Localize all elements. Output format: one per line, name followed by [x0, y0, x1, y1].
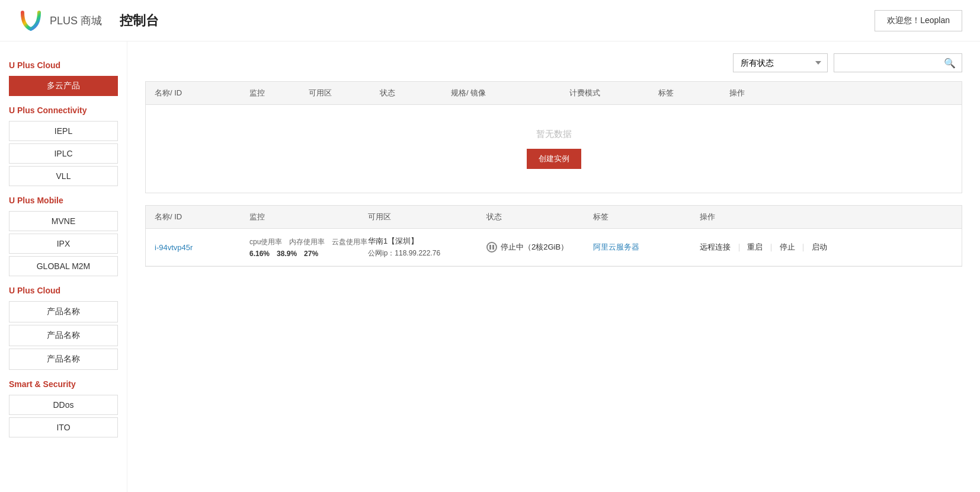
disk-value: 27% — [304, 250, 318, 258]
monitor-row-cpu: cpu使用率 内存使用率 云盘使用率 — [249, 237, 368, 247]
table-2-header: 名称/ ID 监控 可用区 状态 标签 操作 — [146, 206, 962, 229]
monitor-cell: cpu使用率 内存使用率 云盘使用率 6.16% 38.9% 27% — [249, 237, 368, 258]
sidebar-section-title-3: U Plus Mobile — [0, 189, 127, 209]
tag-link[interactable]: 阿里云服务器 — [593, 242, 639, 251]
action-stop[interactable]: 停止 — [780, 242, 795, 251]
sidebar-section-smart-security: Smart & Security DDos ITO — [0, 372, 127, 437]
mem-value: 38.9% — [277, 250, 297, 258]
sidebar-item-ddos[interactable]: DDos — [9, 395, 118, 415]
monitor-row-values: 6.16% 38.9% 27% — [249, 250, 368, 258]
instance-id-link[interactable]: i-94vtvp45r — [155, 243, 193, 252]
sidebar-section-connectivity: U Plus Connectivity IEPL IPLC VLL — [0, 98, 127, 186]
table-2: 名称/ ID 监控 可用区 状态 标签 操作 i-94vtvp45r cpu使用… — [145, 205, 962, 267]
table-1: 名称/ ID 监控 可用区 状态 规格/ 镜像 计费模式 标签 操作 暂无数据 … — [145, 81, 962, 193]
sidebar-section-mobile: U Plus Mobile MVNE IPX GLOBAL M2M — [0, 189, 127, 276]
zone-cell: 华南1【深圳】 公网ip：118.99.222.76 — [368, 236, 486, 258]
page-title: 控制台 — [120, 12, 159, 30]
col-status-1: 状态 — [380, 88, 451, 98]
col-status-2: 状态 — [486, 212, 593, 222]
content-area: 所有状态 运行中 停止中 已停止 🔍 名称/ ID 监控 可用区 状态 规格/ … — [127, 41, 980, 492]
tag-cell: 阿里云服务器 — [593, 242, 700, 253]
sidebar-section-u-plus-cloud-1: U Plus Cloud 多云产品 — [0, 53, 127, 96]
cpu-label: cpu使用率 — [249, 237, 282, 247]
ip-value: 118.99.222.76 — [395, 249, 440, 257]
sidebar-item-product3[interactable]: 产品名称 — [9, 349, 118, 370]
sidebar-section-title-5: Smart & Security — [0, 372, 127, 392]
search-button[interactable]: 🔍 — [944, 57, 956, 69]
status-cell: 停止中（2核2GiB） — [486, 242, 593, 253]
col-zone-1: 可用区 — [309, 88, 380, 98]
search-input[interactable] — [840, 58, 944, 68]
search-icon: 🔍 — [944, 58, 956, 68]
sidebar-item-iplc[interactable]: IPLC — [9, 143, 118, 164]
col-spec-1: 规格/ 镜像 — [451, 88, 569, 98]
col-zone-2: 可用区 — [368, 212, 486, 222]
col-name-id-2: 名称/ ID — [155, 212, 249, 222]
col-name-id-1: 名称/ ID — [155, 88, 249, 98]
col-billing-1: 计费模式 — [569, 88, 658, 98]
status-text: 停止中（2核2GiB） — [501, 242, 568, 253]
action-restart[interactable]: 重启 — [747, 242, 763, 251]
header: PLUS 商城 控制台 欢迎您！Leoplan — [0, 0, 980, 41]
sidebar-item-global-m2m[interactable]: GLOBAL M2M — [9, 256, 118, 276]
sidebar-item-product1[interactable]: 产品名称 — [9, 301, 118, 322]
disk-label: 云盘使用率 — [332, 237, 367, 247]
pause-icon — [486, 242, 497, 253]
main-layout: U Plus Cloud 多云产品 U Plus Connectivity IE… — [0, 41, 980, 492]
empty-text: 暂无数据 — [169, 129, 938, 140]
cpu-value: 6.16% — [249, 250, 270, 258]
col-tag-1: 标签 — [658, 88, 729, 98]
sidebar-item-duo-yun[interactable]: 多云产品 — [9, 76, 118, 96]
row-id-cell: i-94vtvp45r — [155, 242, 249, 252]
sidebar: U Plus Cloud 多云产品 U Plus Connectivity IE… — [0, 41, 127, 492]
sidebar-item-mvne[interactable]: MVNE — [9, 211, 118, 231]
table-1-header: 名称/ ID 监控 可用区 状态 规格/ 镜像 计费模式 标签 操作 — [146, 82, 962, 105]
logo-area: PLUS 商城 — [18, 8, 102, 34]
filter-bar: 所有状态 运行中 停止中 已停止 🔍 — [145, 53, 962, 72]
col-monitor-1: 监控 — [249, 88, 309, 98]
sidebar-section-title-2: U Plus Connectivity — [0, 98, 127, 119]
table-row: i-94vtvp45r cpu使用率 内存使用率 云盘使用率 6.16% 38.… — [146, 229, 962, 266]
sidebar-section-title-4: U Plus Cloud — [0, 279, 127, 299]
sidebar-item-vll[interactable]: VLL — [9, 166, 118, 186]
sidebar-section-u-plus-cloud-2: U Plus Cloud 产品名称 产品名称 产品名称 — [0, 279, 127, 370]
zone-text: 华南1【深圳】 — [368, 236, 486, 247]
col-tag-2: 标签 — [593, 212, 700, 222]
status-filter[interactable]: 所有状态 运行中 停止中 已停止 — [733, 53, 828, 72]
sidebar-item-product2[interactable]: 产品名称 — [9, 325, 118, 346]
create-instance-button[interactable]: 创建实例 — [527, 149, 581, 169]
actions-cell: 远程连接 ｜ 重启 ｜ 停止 ｜ 启动 — [700, 242, 953, 253]
table-1-empty: 暂无数据 创建实例 — [146, 105, 962, 193]
col-monitor-2: 监控 — [249, 212, 368, 222]
mem-label: 内存使用率 — [289, 237, 325, 247]
col-action-2: 操作 — [700, 212, 953, 222]
logo-icon — [18, 8, 44, 34]
welcome-badge: 欢迎您！Leoplan — [875, 10, 962, 31]
ip-text: 公网ip：118.99.222.76 — [368, 248, 486, 258]
sidebar-item-ipx[interactable]: IPX — [9, 234, 118, 254]
logo-text: PLUS 商城 — [50, 14, 102, 28]
action-start[interactable]: 启动 — [812, 242, 827, 251]
search-box: 🔍 — [834, 53, 962, 72]
sidebar-item-iepl[interactable]: IEPL — [9, 121, 118, 141]
col-action-1: 操作 — [729, 88, 953, 98]
sidebar-item-ito[interactable]: ITO — [9, 417, 118, 437]
action-remote-connect[interactable]: 远程连接 — [700, 242, 731, 251]
ip-label: 公网ip： — [368, 249, 395, 257]
sidebar-section-title-1: U Plus Cloud — [0, 53, 127, 74]
